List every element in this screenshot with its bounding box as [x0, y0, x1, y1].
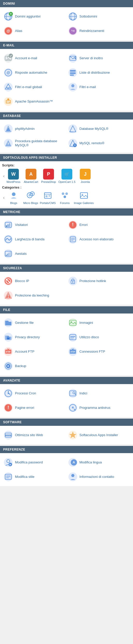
sottodomini-item[interactable]: Sottodomini — [67, 10, 131, 23]
svg-text:FTP: FTP — [71, 351, 75, 353]
blogs-cat-item[interactable]: Blogs — [6, 190, 22, 205]
micro-blogs-cat-item[interactable]: Micro Blogs — [23, 190, 39, 205]
gestione-file-label: Gestione file — [15, 321, 34, 325]
svg-text:🛒: 🛒 — [64, 172, 69, 177]
image-galleries-cat-item[interactable]: Image Galleries — [74, 190, 94, 205]
database-mysql-item[interactable]: Database MySQL® — [67, 122, 131, 135]
portals-cms-cat-icon — [43, 190, 53, 201]
larghezza-banda-item[interactable]: Larghezza di banda — [2, 233, 67, 246]
domini-section: DOMINI + Domini aggiuntivi — [0, 0, 133, 40]
filtri-email-globali-item[interactable]: Filtri e-mail globali — [2, 80, 67, 94]
softaculous-section: SOFTACULOUS APPS INSTALLER Scripts: ‹ W … — [0, 154, 133, 207]
modifica-password-item[interactable]: Modifica password — [2, 456, 67, 469]
filtri-email-item[interactable]: Filtri e-mail — [67, 80, 131, 94]
procedura-database-item[interactable]: ? Procedura guidata database MySQL® — [2, 137, 67, 150]
database-mysql-icon — [68, 124, 77, 133]
immagini-label: Immagini — [80, 321, 93, 325]
wordpress-item[interactable]: W WordPress — [6, 169, 21, 183]
svg-text:J: J — [84, 172, 87, 177]
processi-cron-item[interactable]: Processi Cron — [2, 387, 67, 400]
visitatori-item[interactable]: Visitatori — [2, 218, 67, 232]
scripts-prev-arrow[interactable]: ‹ — [2, 173, 6, 179]
svg-rect-123 — [71, 339, 73, 339]
server-inoltro-label: Server di inoltro — [80, 56, 103, 60]
joomla-item[interactable]: J Joomla — [77, 169, 93, 183]
pagine-errori-item[interactable]: ! Pagine errori — [2, 401, 67, 414]
alias-item[interactable]: @ Alias — [2, 24, 67, 38]
account-ftp-item[interactable]: FTP Account FTP — [2, 345, 67, 358]
categories-prev-arrow[interactable]: ‹ — [2, 195, 6, 200]
account-email-item[interactable]: Account e-mail — [2, 52, 67, 65]
database-mysql-label: Database MySQL® — [80, 127, 108, 131]
filtri-email-icon — [68, 82, 77, 92]
protezione-leeching-item[interactable]: Protezione da leeching — [2, 289, 67, 302]
categories-scroll: ‹ Blogs — [2, 190, 131, 205]
modifica-stile-label: Modifica stile — [15, 475, 34, 479]
liste-distribuzione-item[interactable]: Liste di distribuzione — [67, 66, 131, 79]
apache-spam-item[interactable]: SP Apache SpamAssassin™ — [2, 95, 67, 108]
accesso-non-elaborato-item[interactable]: Accesso non elaborato — [67, 233, 131, 246]
scripts-items: W WordPress A AbanteCart — [6, 169, 131, 183]
forums-cat-item[interactable]: Forums — [57, 190, 73, 205]
server-inoltro-item[interactable]: Server di inoltro — [67, 52, 131, 65]
protezione-hotlink-item[interactable]: Protezione hotlink — [67, 274, 131, 288]
email-section: E-MAIL Account e-mail — [0, 42, 133, 111]
file-grid: Gestione file Immagini — [2, 316, 131, 373]
preferenze-section: PREFERENZE Modifica password — [0, 446, 133, 486]
blocco-ip-label: Blocco IP — [15, 279, 29, 283]
privacy-directory-item[interactable]: Privacy directory — [2, 331, 67, 344]
svg-text:SP: SP — [6, 100, 10, 103]
risposte-automatiche-item[interactable]: @ Risposte automatiche — [2, 66, 67, 79]
svg-rect-99 — [10, 252, 11, 256]
phpmyadmin-item[interactable]: phpMyAdmin — [2, 122, 67, 135]
domini-aggiuntivi-item[interactable]: + Domini aggiuntivi — [2, 10, 67, 23]
liste-distribuzione-icon — [68, 68, 77, 77]
softaculous-body: Scripts: ‹ W WordPress — [0, 161, 133, 207]
file-body: Gestione file Immagini — [0, 313, 133, 375]
indici-item[interactable]: Indici — [67, 387, 131, 400]
svg-point-112 — [8, 297, 9, 298]
svg-point-26 — [68, 68, 77, 77]
utilizzo-disco-item[interactable]: Utilizzo disco — [67, 331, 131, 344]
blocco-ip-item[interactable]: Blocco IP — [2, 274, 67, 288]
scripts-scroll: ‹ W WordPress A — [2, 169, 131, 183]
programma-antivirus-item[interactable]: Programma antivirus — [67, 401, 131, 414]
reindirizzamenti-item[interactable]: ↪ Reindirizzamenti — [67, 24, 131, 38]
connessioni-ftp-item[interactable]: FTP Connessioni FTP — [67, 345, 131, 358]
abantecart-item[interactable]: A AbanteCart — [23, 169, 39, 183]
database-body: phpMyAdmin Database MySQL® — [0, 120, 133, 152]
modifica-stile-item[interactable]: Modifica stile — [2, 470, 67, 484]
informazioni-contatto-item[interactable]: Informazioni di contatto — [67, 470, 131, 484]
pagine-errori-label: Pagine errori — [15, 406, 34, 410]
portals-cms-cat-label: Portals/CMS — [40, 201, 56, 205]
risposte-automatiche-icon: @ — [4, 68, 13, 77]
metriche-grid: Visitatori ! Errori — [2, 218, 131, 260]
apache-spam-label: Apache SpamAssassin™ — [15, 99, 53, 104]
opencart-item[interactable]: 🛒 OpenCart 1.5 — [58, 169, 75, 183]
awstats-item[interactable]: Awstats — [2, 247, 67, 260]
modifica-lingua-item[interactable]: A Modifica lingua — [67, 456, 131, 469]
errori-item[interactable]: ! Errori — [67, 218, 131, 232]
informazioni-contatto-icon — [68, 472, 77, 481]
svg-rect-30 — [70, 75, 74, 75]
svg-point-138 — [8, 393, 9, 394]
modifica-lingua-icon: A — [68, 458, 77, 467]
mysql-remoto-item[interactable]: R MySQL remoto® — [67, 137, 131, 150]
svg-text:P: P — [47, 172, 50, 177]
blocco-ip-icon — [4, 276, 13, 286]
portals-cms-cat-item[interactable]: Portals/CMS — [40, 190, 56, 205]
immagini-item[interactable]: Immagini — [67, 316, 131, 329]
account-email-icon — [4, 54, 13, 63]
database-section: DATABASE phpMyAdmin — [0, 112, 133, 152]
filtri-email-label: Filtri e-mail — [80, 85, 96, 89]
alias-icon: @ — [4, 26, 13, 36]
gestione-file-item[interactable]: Gestione file — [2, 316, 67, 329]
svg-text:W: W — [11, 172, 16, 177]
prestashop-item[interactable]: P PrestaShop — [41, 169, 56, 183]
programma-antivirus-icon — [68, 403, 77, 412]
backup-item[interactable]: Backup — [2, 359, 67, 373]
server-inoltro-icon — [68, 54, 77, 63]
softaculous-apps-item[interactable]: Softaculous Apps Installer — [67, 428, 131, 442]
metriche-body: Visitatori ! Errori — [0, 216, 133, 263]
ottimizza-sito-item[interactable]: www Ottimizza sito Web — [2, 428, 67, 442]
